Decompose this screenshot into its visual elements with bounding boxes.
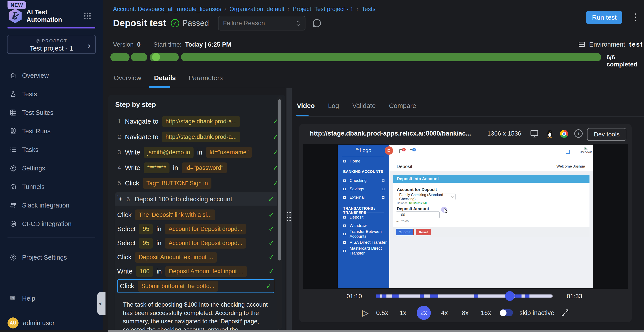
- timeline-track[interactable]: [376, 294, 553, 298]
- failure-reason-select[interactable]: Failure Reason: [218, 16, 306, 30]
- bank-nav-withdraw[interactable]: Withdraw: [338, 222, 389, 229]
- speed-2x-active[interactable]: 2x: [417, 306, 431, 320]
- breadcrumb-account[interactable]: Account: Devspace_all_module_licenses: [113, 6, 221, 12]
- bank-reset-button[interactable]: Reset: [416, 229, 431, 235]
- speed-16x[interactable]: 16x: [479, 309, 493, 316]
- horizontal-scrollbar[interactable]: [108, 330, 644, 332]
- sidebar-item-cicd[interactable]: CI-CD integration: [0, 214, 103, 233]
- play-icon[interactable]: ▷: [362, 308, 368, 318]
- bank-nav-visa[interactable]: VISA Direct Transfer: [338, 239, 389, 246]
- skip-inactive-toggle[interactable]: [500, 309, 513, 316]
- deposit-amount-input[interactable]: [396, 212, 440, 218]
- tab-video[interactable]: Video: [297, 102, 315, 110]
- drag-handle-icon[interactable]: [287, 212, 291, 221]
- substep-row-6-selected[interactable]: Click Submit button at the botto... ✓: [117, 279, 274, 293]
- step-target-chip[interactable]: Deposit Amount text input ...: [135, 252, 217, 263]
- step-target-chip[interactable]: Id="username": [206, 147, 252, 158]
- run-test-button[interactable]: Run test: [586, 11, 622, 24]
- bank-nav-savings[interactable]: Savings: [338, 186, 389, 192]
- step-value-chip[interactable]: 95: [139, 224, 153, 234]
- project-selector[interactable]: PROJECT Test project - 1 ›: [7, 35, 96, 54]
- bank-submit-button[interactable]: Submit: [396, 229, 414, 235]
- substep-row-4[interactable]: Click Deposit Amount text input ... ✓: [117, 251, 274, 263]
- video-viewport[interactable]: Logo Home BANKING ACCOUNTS Checking Savi…: [303, 144, 628, 289]
- kebab-menu-icon[interactable]: ⋮: [631, 12, 640, 22]
- substep-row-3[interactable]: Select 95 in Account for Deposit dropd..…: [117, 237, 274, 249]
- bank-nav-external[interactable]: External: [338, 194, 389, 201]
- account-for-deposit-select[interactable]: Family Checking (Standard Checking): [396, 194, 456, 200]
- bank-nav-mastercard[interactable]: Mastercard Direct Transfer: [338, 248, 389, 254]
- tab-overview[interactable]: Overview: [114, 74, 141, 82]
- user-avatar-placeholder[interactable]: User Avat: [580, 147, 592, 154]
- tab-compare[interactable]: Compare: [389, 102, 416, 110]
- info-icon[interactable]: i: [574, 129, 583, 138]
- bank-nav-home[interactable]: Home: [338, 158, 389, 164]
- step-value-chip[interactable]: 95: [139, 238, 153, 248]
- speed-0_5x[interactable]: 0.5x: [375, 309, 389, 316]
- bank-nav-transfer[interactable]: Transfer Between Accounts: [338, 231, 389, 237]
- timeline-playhead[interactable]: [505, 291, 515, 301]
- project-name: Test project - 1: [8, 44, 95, 52]
- bank-nav-deposit[interactable]: Deposit: [338, 214, 389, 220]
- step-target-chip[interactable]: Submit button at the botto...: [138, 281, 218, 292]
- breadcrumb-project[interactable]: Project: Test project - 1: [293, 6, 354, 12]
- progress-bar[interactable]: [110, 53, 601, 61]
- speed-4x[interactable]: 4x: [438, 309, 452, 316]
- sidebar-item-test-suites[interactable]: Test Suites: [0, 103, 103, 122]
- bank-nav-checking[interactable]: Checking: [338, 177, 389, 184]
- step-group-header[interactable]: ✦✦ 6 Deposit 100 into checking account ✓: [115, 193, 278, 206]
- step-target-chip[interactable]: Id="password": [182, 162, 227, 173]
- step-row-4[interactable]: 4 Write ******** in Id="password" ✓: [115, 162, 278, 174]
- sidebar-item-slack[interactable]: Slack integration: [0, 196, 103, 214]
- sidebar-item-overview[interactable]: Overview: [0, 66, 103, 85]
- substep-row-1[interactable]: Click The 'Deposit' link with a si... ✓: [117, 208, 274, 221]
- fullscreen-icon[interactable]: [561, 309, 569, 317]
- sidebar-item-help[interactable]: ? Help: [0, 289, 103, 308]
- step-value-chip[interactable]: ********: [144, 162, 169, 173]
- breadcrumb-organization[interactable]: Organization: default: [230, 6, 284, 12]
- sidebar-item-test-runs[interactable]: Test Runs: [0, 122, 103, 140]
- steps-scrollbar[interactable]: [277, 96, 282, 329]
- sidebar-item-settings[interactable]: Settings: [0, 159, 103, 178]
- step-row-5[interactable]: 5 Click Tag="BUTTON" Sign in ✓: [115, 177, 278, 190]
- app-switcher-icon[interactable]: [83, 12, 92, 20]
- broken-image-icon: [584, 147, 588, 150]
- dev-tools-button[interactable]: Dev tools: [587, 128, 626, 141]
- sidebar-item-project-settings[interactable]: Project Settings: [0, 248, 103, 267]
- step-target-chip[interactable]: Deposit Amount text input ...: [165, 266, 247, 277]
- step-value-chip[interactable]: 100: [136, 266, 153, 277]
- speed-8x[interactable]: 8x: [458, 309, 472, 316]
- substep-row-5[interactable]: Write 100 in Deposit Amount text input .…: [117, 265, 274, 278]
- sidebar-collapse-button[interactable]: ◀: [97, 292, 106, 315]
- speed-1x[interactable]: 1x: [396, 309, 410, 316]
- step-target-chip[interactable]: http://stage.dbank.prod-a...: [162, 116, 240, 127]
- panel-splitter[interactable]: [286, 88, 292, 330]
- tab-parameters[interactable]: Parameters: [188, 74, 223, 82]
- bank-message-icon[interactable]: 0: [410, 150, 413, 153]
- comment-icon[interactable]: [312, 18, 322, 28]
- sidebar-item-tests[interactable]: Tests: [0, 85, 103, 103]
- bank-square-icon[interactable]: [566, 150, 570, 154]
- bank-notif-icon[interactable]: 0: [400, 150, 403, 153]
- sidebar-item-tasks[interactable]: Tasks: [0, 140, 103, 159]
- step-row-3[interactable]: 3 Write jsmith@demo.io in Id="username" …: [115, 146, 278, 158]
- step-row-2[interactable]: 2 Navigate to http://stage.dbank.prod-a.…: [115, 131, 278, 143]
- sidebar-item-tunnels[interactable]: Tunnels: [0, 178, 103, 196]
- step-value-chip[interactable]: jsmith@demo.io: [144, 147, 194, 158]
- step-target-chip[interactable]: Tag="BUTTON" Sign in: [143, 178, 212, 189]
- step-target-chip[interactable]: Account for Deposit dropd...: [165, 224, 246, 234]
- bank-logo[interactable]: Logo: [338, 147, 389, 154]
- breadcrumb-tests[interactable]: Tests: [362, 6, 376, 12]
- step-target-chip[interactable]: Account for Deposit dropd...: [165, 238, 246, 248]
- substep-row-2[interactable]: Select 95 in Account for Deposit dropd..…: [117, 223, 274, 235]
- recording-indicator-icon: [385, 146, 393, 155]
- user-menu[interactable]: AU admin user: [8, 318, 54, 328]
- scrollbar-thumb[interactable]: [278, 99, 282, 260]
- tab-details[interactable]: Details: [154, 74, 176, 82]
- tab-validate[interactable]: Validate: [352, 102, 376, 110]
- step-row-1[interactable]: 1 Navigate to http://stage.dbank.prod-a.…: [115, 115, 278, 128]
- columns-icon: [10, 128, 17, 135]
- step-target-chip[interactable]: The 'Deposit' link with a si...: [135, 210, 215, 220]
- tab-log[interactable]: Log: [328, 102, 339, 110]
- step-target-chip[interactable]: http://stage.dbank.prod-a...: [162, 132, 240, 142]
